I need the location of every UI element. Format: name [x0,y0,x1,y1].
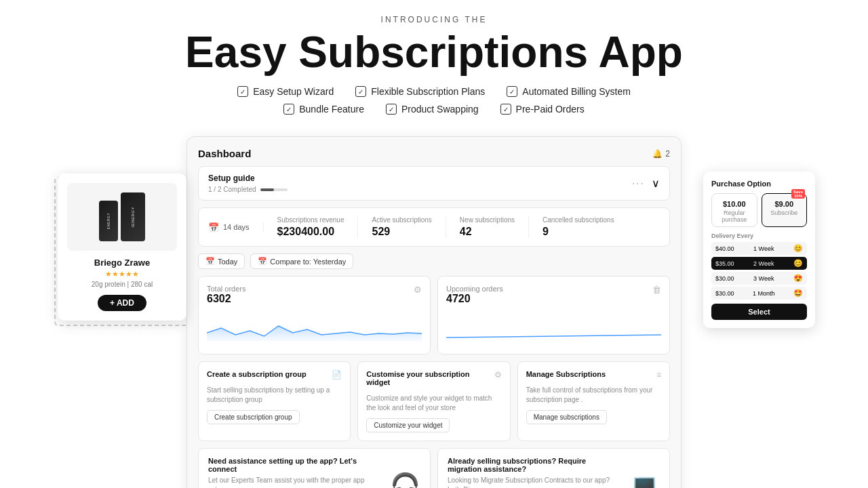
check-icon-product-swap: ✓ [386,104,397,115]
chart-settings-icon[interactable]: ⚙ [414,285,422,295]
support-desc-0: Let our Experts Team assist you with the… [208,476,382,488]
action-card-widget: Customise your subscription widget ⚙ Cus… [357,361,510,441]
purchase-option-card: Purchase Option $10.00 Regular purchase … [703,171,815,328]
product-meta: 20g protein | 280 cal [67,281,177,288]
support-row: Need assistance setting up the app? Let'… [198,448,670,488]
notification-bell-area[interactable]: 🔔 2 [652,149,670,159]
action-card-subscription-group: Create a subscription group 📄 Start sell… [198,361,351,441]
settings-icon: ⚙ [494,370,502,390]
page-header: INTRODUCING THE Easy Subscriptions App ✓… [0,0,868,132]
chart-header-total: Total orders 6302 ⚙ [207,285,422,305]
total-orders-value: 6302 [207,293,245,305]
setup-guide-bar: Setup guide 1 / 2 Completed ··· ∨ [198,166,670,201]
manage-subscriptions-button[interactable]: Manage subscriptions [526,410,607,424]
active-label: Active subscriptions [372,216,431,224]
check-icon-automated-billing: ✓ [507,86,517,97]
action-card-title-1: Customise your subscription widget [366,370,494,386]
setup-progress-row: 1 / 2 Completed [208,186,288,193]
delivery-row-2[interactable]: $30.00 3 Week 😍 [711,272,807,285]
check-icon-prepaid: ✓ [500,104,511,115]
stat-cancelled: Cancelled subscriptions 9 [529,216,628,238]
support-title-1: Already selling subscriptions? Require m… [448,457,621,473]
stat-revenue: Subscriptions revenue $230400.00 [264,216,359,238]
delivery-emoji-3: 🤩 [793,289,803,298]
price-options-row: $10.00 Regular purchase Save10% $9.00 Su… [711,193,807,227]
new-label: New subscriptions [460,216,515,224]
save-badge: Save10% [791,189,805,199]
new-value: 42 [460,226,515,238]
feature-label-bundle: Bundle Feature [299,104,364,115]
setup-guide-left: Setup guide 1 / 2 Completed [208,174,288,193]
compare-button[interactable]: 📅 Compare to: Yesterday [250,253,353,269]
product-image-area: ENERGY IENERGY [67,183,177,251]
select-button[interactable]: Select [711,304,807,320]
action-card-desc-1: Customize and style your widget to match… [366,394,501,413]
delivery-price-1: $35.00 [715,260,734,267]
feature-item-prepaid: ✓Pre-Paid Orders [500,104,585,115]
action-card-title-2: Manage Subscriptions [526,370,606,378]
regular-price-value: $10.00 [723,200,746,208]
dashboard-panel: Dashboard 🔔 2 Setup guide 1 / 2 Complete… [186,136,682,488]
cancelled-value: 9 [542,226,614,238]
delivery-row-3[interactable]: $30.00 1 Month 🤩 [711,287,807,300]
notification-count: 2 [665,149,670,159]
period-value: 14 days [223,223,250,231]
support-desc-1: Looking to Migrate Subscription Contract… [448,476,621,488]
subscribe-price-label: Subscribe [765,209,804,216]
charts-row: Total orders 6302 ⚙ [198,276,670,354]
manage-icon: ≡ [656,370,661,382]
more-options-icon[interactable]: ··· [632,178,645,190]
check-icon-bundle: ✓ [283,104,294,115]
active-value: 529 [372,226,431,238]
delivery-emoji-2: 😍 [793,274,803,283]
stats-row: 📅 14 days Subscriptions revenue $230400.… [198,207,670,247]
delivery-price-0: $40.00 [715,245,734,252]
intro-text: INTRODUCING THE [0,15,868,24]
action-card-title-0: Create a subscription group [207,370,307,378]
create-subscription-group-button[interactable]: Create subscription group [207,410,300,424]
setup-guide-right: ··· ∨ [632,177,660,190]
support-illustration-1: 💻 [629,472,660,488]
features-row-1: ✓Easy Setup Wizard✓Flexible Subscription… [0,86,868,97]
progress-bar-fill [260,188,274,191]
feature-label-automated-billing: Automated Billing System [522,86,631,97]
total-orders-label: Total orders [207,285,245,293]
setup-progress-text: 1 / 2 Completed [208,186,256,193]
purchase-option-title: Purchase Option [711,180,807,188]
feature-item-automated-billing: ✓Automated Billing System [507,86,631,97]
dashboard-title: Dashboard [198,148,251,159]
upcoming-orders-svg [446,309,661,343]
revenue-label: Subscriptions revenue [277,216,344,224]
support-card-connect: Need assistance setting up the app? Let'… [198,448,431,488]
feature-item-flexible-plans: ✓Flexible Subscription Plans [355,86,485,97]
support-text-0: Need assistance setting up the app? Let'… [208,457,382,488]
product-stars: ★★★★★ [67,270,177,279]
upcoming-orders-info: Upcoming orders 4720 [446,285,503,305]
calendar-small-icon: 📅 [205,257,215,266]
delivery-row-0[interactable]: $40.00 1 Week 😊 [711,242,807,255]
price-option-subscribe[interactable]: Save10% $9.00 Subscribe [762,193,808,227]
delivery-rows: $40.00 1 Week 😊 $35.00 2 Week 😊 $30.00 3… [711,242,807,300]
delivery-period-1: 2 Week [753,260,774,267]
chevron-down-icon[interactable]: ∨ [652,177,660,190]
total-orders-info: Total orders 6302 [207,285,245,305]
customize-widget-button[interactable]: Customize your widget [366,418,450,432]
stat-active: Active subscriptions 529 [358,216,446,238]
delivery-period-3: 1 Month [753,290,775,297]
today-label: Today [218,258,237,266]
chart-header-upcoming: Upcoming orders 4720 🗑 [446,285,661,305]
delivery-row-1[interactable]: $35.00 2 Week 😊 [711,257,807,270]
upcoming-icon[interactable]: 🗑 [652,285,661,295]
main-title: Easy Subscriptions App [0,30,868,75]
support-illustration-0: 🎧 [390,472,420,488]
action-cards-row: Create a subscription group 📄 Start sell… [198,361,670,441]
price-option-regular[interactable]: $10.00 Regular purchase [711,193,757,227]
add-to-cart-button[interactable]: + ADD [98,295,146,311]
bottle-main: IENERGY [121,192,145,241]
action-card-header-1: Customise your subscription widget ⚙ [366,370,501,390]
delivery-every-label: Delivery Every [711,232,807,239]
dashboard-wrapper: ENERGY IENERGY Briego Zrawe ★★★★★ 20g pr… [0,136,868,488]
today-button[interactable]: 📅 Today [198,253,245,269]
delivery-emoji-0: 😊 [793,244,803,253]
stat-period: 📅 14 days [208,222,264,232]
